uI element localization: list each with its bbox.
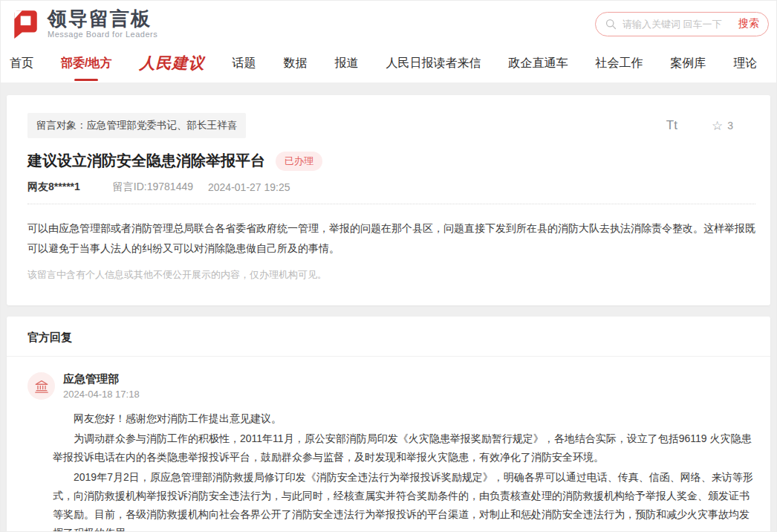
main-nav: 首页 部委/地方 人民建议 话题 数据 报道 人民日报读者来信 政企直通车 社会… <box>1 47 776 82</box>
star-count: 3 <box>727 120 733 132</box>
favorite-button[interactable]: ☆ 3 <box>712 120 733 132</box>
nav-item-topics[interactable]: 话题 <box>232 56 256 71</box>
site-logo[interactable]: 领导留言板 Message Board for Leaders <box>10 8 157 39</box>
agency-avatar <box>27 372 55 400</box>
site-header: 领导留言板 Message Board for Leaders 搜索 <box>1 1 776 47</box>
nav-item-home[interactable]: 首页 <box>10 56 33 71</box>
search-input[interactable] <box>622 19 734 30</box>
message-id: 留言ID:19781449 <box>113 181 193 194</box>
nav-item-theory[interactable]: 理论 <box>733 56 757 71</box>
message-tools: Tt ☆ 3 <box>666 118 733 133</box>
message-author: 网友8*****1 <box>27 181 80 194</box>
star-icon: ☆ <box>712 120 723 132</box>
page: 领导留言板 Message Board for Leaders 搜索 首页 部委… <box>0 0 777 532</box>
message-body: 可以由应急管理部或者消防管理总局联合各省委省政府统一管理，举报的问题在那个县区，… <box>27 218 755 259</box>
font-size-icon[interactable]: Tt <box>666 118 677 133</box>
search-icon <box>605 18 617 30</box>
reply-body: 网友您好！感谢您对消防工作提出意见建议。 为调动群众参与消防工作的积极性，201… <box>53 409 758 531</box>
reply-paragraph: 2019年7月2日，原应急管理部消防救援局修订印发《消防安全违法行为举报投诉奖励… <box>53 468 758 531</box>
message-card-top: 留言对象：应急管理部党委书记、部长王祥喜 Tt ☆ 3 <box>27 113 755 138</box>
message-meta: 网友8*****1 留言ID:19781449 2024-01-27 19:25 <box>27 181 755 194</box>
message-title-row: 建议设立消防安全隐患消除举报平台 已办理 <box>27 151 755 171</box>
dotted-divider <box>27 204 755 204</box>
reply-paragraph: 为调动群众参与消防工作的积极性，2011年11月，原公安部消防局印发《火灾隐患举… <box>53 429 758 467</box>
nav-item-reports[interactable]: 报道 <box>334 56 358 71</box>
logo-subtitle: Message Board for Leaders <box>48 30 157 39</box>
nav-item-readers-letters[interactable]: 人民日报读者来信 <box>386 56 481 71</box>
nav-item-data[interactable]: 数据 <box>283 56 307 71</box>
reply-section-title: 官方回复 <box>27 331 758 345</box>
section-divider <box>7 356 770 357</box>
reply-date: 2024-04-18 17:18 <box>63 389 140 400</box>
government-building-icon <box>33 378 50 395</box>
logo-text: 领导留言板 Message Board for Leaders <box>48 9 157 39</box>
search-button[interactable]: 搜索 <box>734 17 759 30</box>
reply-card: 官方回复 <box>7 317 770 531</box>
privacy-note: 该留言中含有个人信息或其他不便公开展示的内容，仅办理机构可见。 <box>27 268 755 282</box>
message-card: 留言对象：应急管理部党委书记、部长王祥喜 Tt ☆ 3 建议设立消防安全隐患消除… <box>7 95 770 305</box>
reply-header: 应急管理部 2024-04-18 17:18 <box>27 372 758 400</box>
status-badge: 已办理 <box>276 152 322 171</box>
nav-item-gov-biz-express[interactable]: 政企直通车 <box>508 56 568 71</box>
logo-icon <box>10 8 41 39</box>
agency-info: 应急管理部 2024-04-18 17:18 <box>63 372 140 400</box>
nav-item-case-library[interactable]: 案例库 <box>670 56 706 71</box>
content-area: 留言对象：应急管理部党委书记、部长王祥喜 Tt ☆ 3 建议设立消防安全隐患消除… <box>1 82 776 531</box>
nav-item-social-work[interactable]: 社会工作 <box>595 56 643 71</box>
search-box[interactable]: 搜索 <box>595 12 769 36</box>
reply-paragraph: 网友您好！感谢您对消防工作提出意见建议。 <box>53 409 758 428</box>
message-date: 2024-01-27 19:25 <box>208 181 290 193</box>
message-target-tag: 留言对象：应急管理部党委书记、部长王祥喜 <box>27 113 246 138</box>
agency-name: 应急管理部 <box>63 372 140 386</box>
nav-item-people-suggestions[interactable]: 人民建议 <box>139 53 204 74</box>
message-title: 建议设立消防安全隐患消除举报平台 <box>27 151 265 171</box>
logo-title: 领导留言板 <box>48 9 157 29</box>
nav-item-ministries-local[interactable]: 部委/地方 <box>61 56 111 71</box>
